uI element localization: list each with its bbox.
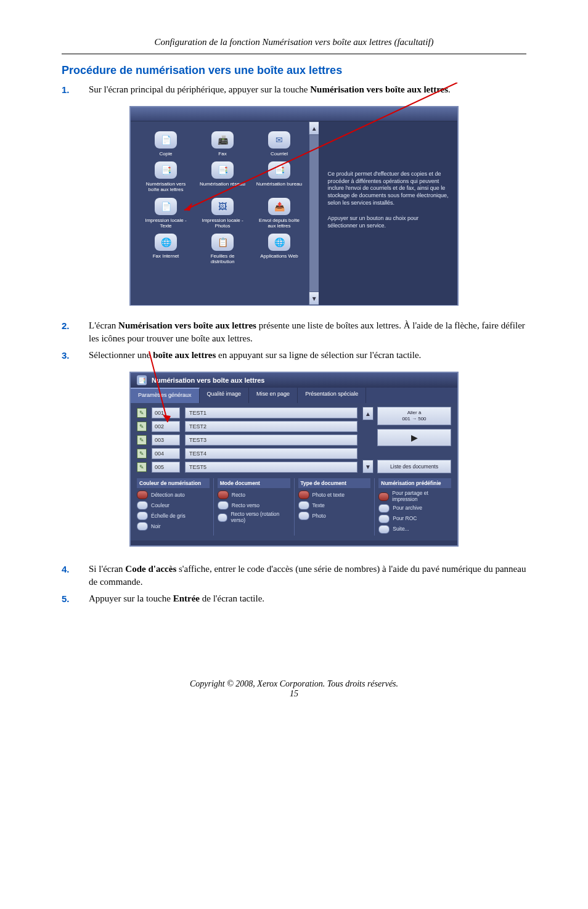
service-label: Numérisation vers boîte aux lettres (142, 181, 190, 192)
option-pill-icon (378, 492, 389, 501)
option-button[interactable]: Recto (218, 491, 290, 499)
service-button[interactable]: 🌐Applications Web (255, 234, 303, 264)
service-button[interactable]: 📋Feuilles de distribution (198, 234, 247, 264)
step-text-run: Sélectionner une (89, 350, 153, 360)
option-label: Pour ROC (393, 516, 417, 521)
service-button[interactable]: ✉Courriel (255, 131, 303, 157)
option-button[interactable]: Photo et texte (298, 491, 371, 499)
mailbox-row[interactable]: ✎001TEST1 (137, 407, 357, 419)
step-4: 4. Si l'écran Code d'accès s'affiche, en… (62, 563, 526, 589)
tab[interactable]: Présentation spéciale (298, 388, 366, 403)
next-button[interactable]: ▶ (377, 429, 451, 446)
mailbox-row[interactable]: ✎005TEST5 (137, 461, 357, 473)
option-pill-icon (137, 501, 148, 510)
service-button[interactable]: 🌐Fax Internet (142, 234, 190, 264)
service-button[interactable]: 🖼Impression locale - Photos (198, 198, 247, 229)
option-button[interactable]: Texte (298, 501, 371, 510)
service-button[interactable]: 📄Impression locale - Texte (142, 198, 190, 229)
service-label: Copie (160, 151, 173, 157)
info-panel: Ce produit permet d'effectuer des copies… (319, 121, 457, 305)
service-label: Impression locale - Texte (142, 218, 190, 229)
option-group: Mode documentRectoRecto versoRecto verso… (213, 478, 294, 536)
document-list-button[interactable]: Liste des documents (377, 460, 451, 473)
mailbox-row[interactable]: ✎002TEST2 (137, 420, 357, 433)
steps-list-2: 2. L'écran Numérisation vers boîte aux l… (62, 319, 526, 362)
option-pill-icon (218, 501, 229, 510)
service-button[interactable]: 📤Envoi depuis boîte aux lettres (255, 198, 303, 229)
service-button[interactable]: 📠Fax (198, 131, 247, 157)
tab[interactable]: Mise en page (249, 388, 298, 403)
screenshot-mailbox: 📑 Numérisation vers boîte aux lettres Pa… (129, 372, 459, 547)
mailbox-row[interactable]: ✎004TEST4 (137, 447, 357, 460)
step-number: 1. (62, 83, 74, 96)
service-button[interactable]: 📑Numérisation vers boîte aux lettres (142, 161, 190, 192)
option-button[interactable]: Photo (298, 512, 371, 520)
option-label: Suite... (393, 526, 409, 532)
service-icon: 🌐 (268, 234, 290, 251)
option-group-heading: Numérisation prédéfinie (378, 478, 451, 488)
step-text-bold: Code d'accès (125, 564, 176, 574)
step-text-bold: Entrée (173, 593, 200, 603)
scroll-up-icon[interactable]: ▲ (309, 121, 319, 135)
option-pill-icon (298, 512, 309, 520)
service-button[interactable]: 📄Copie (142, 131, 190, 157)
option-button[interactable]: Recto verso (218, 501, 290, 510)
option-button[interactable]: Détection auto (137, 491, 210, 499)
step-text-run2: en appuyant sur sa ligne de sélection su… (216, 350, 421, 360)
page-number: 15 (62, 689, 526, 699)
tab[interactable]: Qualité image (200, 388, 250, 403)
mailbox-name: TEST5 (185, 462, 357, 473)
mailbox-number: 005 (152, 462, 180, 473)
mailbox-icon: ✎ (137, 435, 147, 445)
service-label: Applications Web (260, 253, 298, 259)
scan-icon: 📑 (137, 375, 147, 385)
service-button[interactable]: 📑Numérisation bureau (255, 161, 303, 192)
scroll-up-icon[interactable]: ▲ (362, 407, 374, 420)
goto-button[interactable]: Aller à 001 → 500 (377, 407, 451, 425)
option-button[interactable]: Recto verso (rotation verso) (218, 512, 290, 523)
option-button[interactable]: Pour archive (378, 504, 451, 513)
step-text: L'écran Numérisation vers boîte aux lett… (89, 319, 526, 345)
service-icon: ✉ (268, 131, 290, 149)
window-title: Numérisation vers boîte aux lettres (152, 377, 264, 384)
info-text-2: Appuyer sur un bouton au choix pour séle… (327, 215, 449, 229)
step-1: 1. Sur l'écran principal du périphérique… (62, 83, 526, 96)
option-label: Noir (151, 524, 161, 529)
mailbox-number: 003 (152, 434, 180, 446)
mailbox-name: TEST3 (185, 434, 357, 446)
service-label: Envoi depuis boîte aux lettres (255, 218, 303, 229)
step-number: 4. (62, 563, 74, 589)
document-page: Configuration de la fonction Numérisatio… (0, 0, 588, 724)
option-button[interactable]: Pour ROC (378, 515, 451, 523)
scroll-down-icon[interactable]: ▼ (362, 460, 374, 473)
mailbox-number: 002 (152, 421, 180, 432)
option-label: Recto (232, 492, 245, 498)
mailbox-row[interactable]: ✎003TEST3 (137, 434, 357, 446)
options-area: Couleur de numérisationDétection autoCou… (131, 476, 457, 540)
step-text: Sélectionner une boîte aux lettres en ap… (89, 349, 526, 362)
service-icon: 📑 (268, 161, 290, 179)
service-icon: 📄 (155, 131, 177, 149)
option-pill-icon (298, 491, 309, 499)
step-text-run2: de l'écran tactile. (200, 593, 264, 603)
scrollbar[interactable]: ▲ ▼ (309, 121, 319, 305)
step-2: 2. L'écran Numérisation vers boîte aux l… (62, 319, 526, 345)
option-button[interactable]: Échelle de gris (137, 512, 210, 520)
option-pill-icon (137, 522, 148, 531)
step-text-run2: . (448, 84, 451, 94)
option-button[interactable]: Suite... (378, 525, 451, 534)
service-label: Fax Internet (153, 253, 179, 259)
scrollbar[interactable]: ▲ ▼ (362, 407, 372, 473)
scroll-down-icon[interactable]: ▼ (309, 291, 319, 305)
service-icon: 📋 (211, 234, 234, 251)
option-button[interactable]: Couleur (137, 501, 210, 510)
option-button[interactable]: Pour partage et impression (378, 491, 451, 502)
tab[interactable]: Paramètres généraux (131, 388, 200, 403)
option-button[interactable]: Noir (137, 522, 210, 531)
option-label: Détection auto (151, 492, 185, 498)
option-group-heading: Type de document (298, 478, 371, 488)
screenshot-services: 📄Copie📠Fax✉Courriel📑Numérisation vers bo… (129, 106, 459, 306)
service-button[interactable]: 📑Numérisation réseau (198, 161, 247, 192)
option-pill-icon (218, 513, 228, 522)
step-text-bold: Numérisation vers boîte aux lettres (118, 320, 256, 330)
